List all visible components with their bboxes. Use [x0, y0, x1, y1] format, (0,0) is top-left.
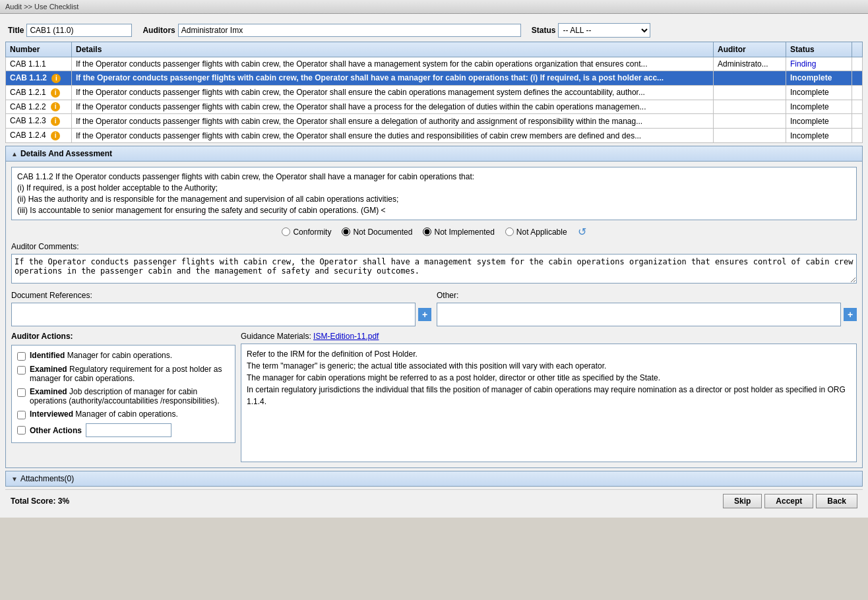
other-actions-label: Other Actions [30, 426, 82, 435]
table-row[interactable]: CAB 1.2.2 iIf the Operator conducts pass… [6, 100, 863, 114]
radio-row: Conformity Not Documented Not Implemente… [11, 225, 857, 238]
row-auditor [714, 85, 786, 100]
row-number: CAB 1.2.3 i [6, 114, 72, 129]
auditor-actions-box: Identified Manager for cabin operations.… [11, 345, 235, 443]
auditor-actions-title: Auditor Actions: [11, 332, 235, 341]
radio-not-implemented-input[interactable] [423, 227, 431, 236]
table-row[interactable]: CAB 1.2.4 iIf the Operator conducts pass… [6, 129, 863, 143]
row-scroll [852, 129, 863, 143]
attachments-chevron-icon: ▼ [11, 475, 18, 483]
info-icon: i [51, 88, 60, 98]
doc-references-add-button[interactable]: + [418, 308, 431, 321]
action-checkbox[interactable] [17, 388, 26, 397]
auditors-label: Auditors [142, 26, 175, 35]
title-field-group: Title [8, 24, 132, 37]
other-input[interactable] [437, 303, 841, 326]
accept-button[interactable]: Accept [764, 494, 813, 508]
table-row[interactable]: CAB 1.2.1 iIf the Operator conducts pass… [6, 85, 863, 100]
col-header-auditor: Auditor [714, 42, 786, 57]
other-actions-checkbox[interactable] [17, 426, 26, 435]
radio-not-applicable-input[interactable] [505, 227, 514, 236]
table-row[interactable]: CAB 1.1.2 iIf the Operator conducts pass… [6, 71, 863, 86]
col-header-details: Details [72, 42, 714, 57]
col-header-number: Number [6, 42, 72, 57]
row-status: Incomplete [786, 129, 852, 143]
refresh-icon[interactable]: ↺ [578, 225, 586, 238]
action-item: Examined Regulatory requirement for a po… [17, 365, 230, 383]
checklist-table: Number Details Auditor Status CAB 1.1.1I… [5, 42, 863, 143]
row-scroll [852, 71, 863, 86]
radio-not-applicable-label: Not Applicable [516, 227, 567, 237]
row-details: If the Operator conducts passenger fligh… [72, 85, 714, 100]
action-checkbox[interactable] [17, 411, 26, 419]
col-header-scroll [852, 42, 863, 57]
info-icon: i [51, 117, 60, 126]
action-checkbox[interactable] [17, 366, 26, 375]
doc-references-group: Document References: + [11, 291, 431, 326]
row-number: CAB 1.2.4 i [6, 129, 72, 143]
total-score-label: Total Score: 3% [11, 496, 69, 506]
attachments-bar[interactable]: ▼ Attachments(0) [5, 471, 863, 487]
guidance-content: Refer to the IRM for the definition of P… [241, 344, 857, 462]
other-actions-row: Other Actions [17, 423, 230, 437]
auditors-field-group: Auditors [142, 24, 520, 37]
radio-conformity-label: Conformity [293, 227, 331, 237]
radio-not-documented[interactable]: Not Documented [342, 227, 412, 237]
attachments-label: Attachments(0) [20, 474, 74, 483]
doc-references-input-row: + [11, 303, 431, 326]
radio-not-documented-input[interactable] [342, 227, 350, 236]
info-icon: i [51, 102, 60, 111]
radio-conformity-input[interactable] [282, 227, 290, 236]
auditors-input[interactable] [178, 24, 521, 37]
action-checkbox[interactable] [17, 352, 26, 361]
row-number: CAB 1.1.2 i [6, 71, 72, 86]
radio-not-applicable[interactable]: Not Applicable [505, 227, 567, 237]
row-scroll [852, 57, 863, 71]
radio-conformity[interactable]: Conformity [282, 227, 331, 237]
status-select[interactable]: -- ALL -- [558, 23, 650, 38]
table-row[interactable]: CAB 1.2.3 iIf the Operator conducts pass… [6, 114, 863, 129]
title-input[interactable] [26, 24, 132, 37]
skip-button[interactable]: Skip [723, 494, 762, 508]
other-add-button[interactable]: + [844, 308, 857, 321]
row-scroll [852, 100, 863, 114]
bottom-section: Auditor Actions: Identified Manager for … [11, 332, 857, 462]
info-icon: i [51, 74, 61, 83]
row-scroll [852, 114, 863, 129]
details-section-header[interactable]: ▲ Details And Assessment [5, 146, 863, 162]
other-actions-input[interactable] [86, 423, 171, 437]
details-section-title: Details And Assessment [20, 149, 112, 158]
doc-references-input[interactable] [11, 303, 416, 326]
footer-bar: Total Score: 3% Skip Accept Back [5, 489, 863, 512]
row-status: Incomplete [786, 85, 852, 100]
guidance-link[interactable]: ISM-Edition-11.pdf [313, 332, 379, 341]
row-details: If the Operator conducts passenger fligh… [72, 129, 714, 143]
guidance-title-prefix: Guidance Materials: [241, 332, 313, 341]
row-auditor [714, 129, 786, 143]
col-header-status: Status [786, 42, 852, 57]
other-group: Other: + [437, 291, 857, 326]
row-status: Finding [786, 57, 852, 71]
table-row[interactable]: CAB 1.1.1If the Operator conducts passen… [6, 57, 863, 71]
title-bar: Audit >> Use Checklist [0, 0, 868, 14]
info-icon: i [51, 131, 60, 140]
other-input-row: + [437, 303, 857, 326]
top-bar: Title Auditors Status -- ALL -- [5, 19, 863, 42]
status-field-group: Status -- ALL -- [532, 23, 651, 38]
back-button[interactable]: Back [816, 494, 857, 508]
assessment-text-box: CAB 1.1.2 If the Operator conducts passe… [11, 167, 857, 220]
guidance-title: Guidance Materials: ISM-Edition-11.pdf [241, 332, 857, 341]
guidance-box: Guidance Materials: ISM-Edition-11.pdf R… [241, 332, 857, 462]
row-details: If the Operator conducts passenger fligh… [72, 71, 714, 86]
action-bold-label: Interviewed [30, 409, 73, 419]
checklist-table-wrapper: Number Details Auditor Status CAB 1.1.1I… [5, 42, 863, 143]
title-label: Title [8, 26, 24, 35]
radio-not-implemented[interactable]: Not Implemented [423, 227, 494, 237]
doc-references-row: Document References: + Other: + [11, 291, 857, 326]
row-scroll [852, 85, 863, 100]
row-status: Incomplete [786, 100, 852, 114]
row-number: CAB 1.2.2 i [6, 100, 72, 114]
details-chevron-icon: ▲ [11, 150, 18, 158]
auditor-comments-textarea[interactable]: If the Operator conducts passenger fligh… [11, 254, 857, 284]
radio-not-documented-label: Not Documented [353, 227, 412, 237]
